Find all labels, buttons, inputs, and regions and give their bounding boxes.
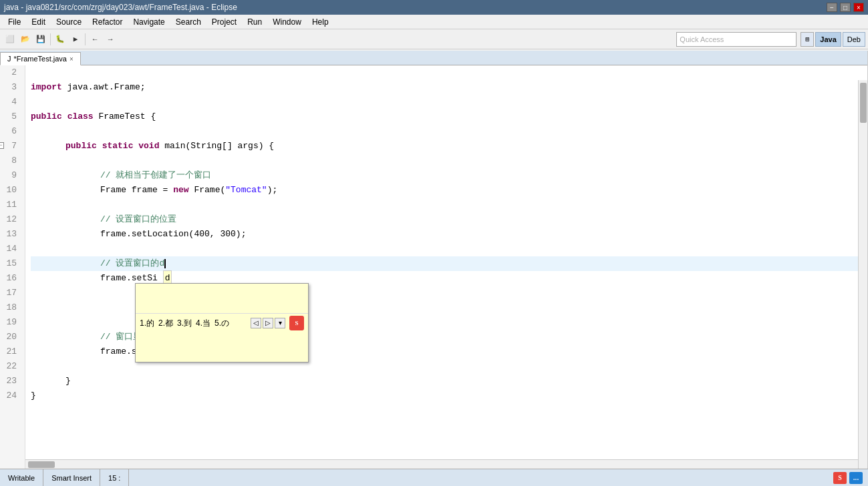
code-line-2 <box>31 65 867 80</box>
status-line-col: 15 : <box>100 469 129 486</box>
line-num-19: 19 <box>0 315 21 330</box>
main-area: J *FrameTest.java × 2 3 4 5 6 7 − 8 9 10… <box>0 51 868 469</box>
code-line-7: public static void main(String[] args) { <box>31 139 867 154</box>
tb-debug-btn[interactable]: 🐛 <box>53 32 67 47</box>
editor-area: J *FrameTest.java × 2 3 4 5 6 7 − 8 9 10… <box>0 51 868 469</box>
code-line-9: // 就相当于创建了一个窗口 <box>31 168 867 183</box>
line-num-20: 20 <box>0 330 21 344</box>
tab-close-button[interactable]: × <box>69 55 74 63</box>
line-num-2: 2 <box>0 65 21 80</box>
titlebar: java - java0821/src/com/zrgj/day023/awt/… <box>0 0 868 15</box>
ac-option-1[interactable]: 1.的 <box>140 316 154 330</box>
code-line-15: // 设置窗口的d <box>31 256 867 271</box>
tb-sep2 <box>85 33 86 45</box>
quick-access-placeholder: Quick Access <box>680 35 724 43</box>
tb-run-btn[interactable]: ▶ <box>68 32 83 47</box>
ac-option-2[interactable]: 2.都 <box>158 316 173 330</box>
line-num-13: 13 <box>0 227 21 242</box>
line-num-11: 11 <box>0 198 21 212</box>
menu-refactor[interactable]: Refactor <box>87 16 128 28</box>
line-num-16: 16 <box>0 271 21 286</box>
tb-back-btn[interactable]: ← <box>88 32 102 47</box>
menu-file[interactable]: File <box>3 16 26 28</box>
line-num-24: 24 <box>0 389 21 403</box>
line-num-12: 12 <box>0 212 21 227</box>
menu-source[interactable]: Source <box>51 16 87 28</box>
line-num-3: 3 <box>0 80 21 95</box>
line-num-7: 7 − <box>0 139 21 154</box>
line-num-4: 4 <box>0 95 21 109</box>
code-line-10: Frame frame = new Frame("Tomcat"); <box>31 183 867 198</box>
code-line-11 <box>31 198 867 212</box>
sougou-status: S ... <box>828 472 868 484</box>
close-button[interactable]: × <box>853 3 864 12</box>
line-num-5: 5 <box>0 109 21 124</box>
line-num-23: 23 <box>0 374 21 389</box>
open-perspective-button[interactable]: ⊞ <box>801 32 814 47</box>
menu-project[interactable]: Project <box>206 16 242 28</box>
code-area[interactable]: 2 3 4 5 6 7 − 8 9 10 11 12 13 14 15 16 1… <box>0 65 867 469</box>
line-num-6: 6 <box>0 124 21 139</box>
maximize-button[interactable]: □ <box>840 3 851 12</box>
code-line-4 <box>31 95 867 109</box>
ac-nav: ◁ ▷ ▾ <box>251 318 285 328</box>
code-line-5: public class FrameTest { <box>31 109 867 124</box>
sougou-status-icon: S <box>833 472 847 484</box>
status-writable: Writable <box>0 469 43 486</box>
line-num-22: 22 <box>0 359 21 374</box>
tab-bar: J *FrameTest.java × <box>0 51 867 65</box>
menu-run[interactable]: Run <box>242 16 267 28</box>
line-num-14: 14 <box>0 242 21 256</box>
tb-save-btn[interactable]: 💾 <box>33 32 48 47</box>
editor-tab-frametest[interactable]: J *FrameTest.java × <box>0 52 81 65</box>
tb-open-btn[interactable]: 📂 <box>18 32 33 47</box>
line-num-17: 17 <box>0 286 21 300</box>
code-content[interactable]: import java.awt.Frame; public class Fram… <box>25 65 867 469</box>
autocomplete-popup: 1.的 2.都 3.到 4.当 5.の ◁ ▷ ▾ S <box>135 283 309 362</box>
hscroll-thumb[interactable] <box>28 461 55 468</box>
sougou-icon: S <box>289 316 304 330</box>
line-num-18: 18 <box>0 300 21 315</box>
line-num-15: 15 <box>0 256 21 271</box>
ac-option-5[interactable]: 5.の <box>214 316 229 330</box>
ac-option-3[interactable]: 3.到 <box>177 316 192 330</box>
window-controls: − □ × <box>827 3 864 12</box>
code-line-6 <box>31 124 867 139</box>
debug-perspective-button[interactable]: Deb <box>843 32 865 47</box>
vertical-scrollbar[interactable] <box>858 80 867 469</box>
menu-window[interactable]: Window <box>267 16 307 28</box>
quick-access-input[interactable]: Quick Access <box>676 32 797 47</box>
ac-next-btn[interactable]: ▷ <box>263 318 273 328</box>
line-num-9: 9 <box>0 168 21 183</box>
code-line-13: frame.setLocation(400, 300); <box>31 227 867 242</box>
minimize-button[interactable]: − <box>827 3 837 12</box>
tb-sep1 <box>50 33 51 45</box>
code-line-12: // 设置窗口的位置 <box>31 212 867 227</box>
statusbar: Writable Smart Insert 15 : S ... <box>0 469 868 486</box>
java-file-icon: J <box>7 55 11 63</box>
menu-edit[interactable]: Edit <box>26 16 51 28</box>
toolbar-buttons: ⬜ 📂 💾 🐛 ▶ ← → <box>0 32 120 47</box>
tab-label: *FrameTest.java <box>14 55 67 63</box>
menu-help[interactable]: Help <box>307 16 334 28</box>
fold-marker-7[interactable]: − <box>0 142 4 149</box>
code-line-14 <box>31 242 867 256</box>
toolbar: ⬜ 📂 💾 🐛 ▶ ← → Quick Access ⊞ Java Deb <box>0 29 868 49</box>
ac-more-btn[interactable]: ▾ <box>275 318 285 328</box>
status-right-area: S ... <box>828 469 868 486</box>
ac-option-4[interactable]: 4.当 <box>196 316 210 330</box>
code-line-3: import java.awt.Frame; <box>31 80 867 95</box>
java-perspective-button[interactable]: Java <box>815 32 841 47</box>
ac-prev-btn[interactable]: ◁ <box>251 318 261 328</box>
code-line-24: } <box>31 389 867 403</box>
horizontal-scrollbar[interactable] <box>25 459 858 469</box>
menu-search[interactable]: Search <box>170 16 206 28</box>
tb-new-btn[interactable]: ⬜ <box>3 32 17 47</box>
menubar: File Edit Source Refactor Navigate Searc… <box>0 15 868 29</box>
tb-fwd-btn[interactable]: → <box>103 32 118 47</box>
perspective-buttons: ⊞ Java Deb <box>801 32 865 47</box>
status-smart-insert: Smart Insert <box>43 469 100 486</box>
vscroll-thumb[interactable] <box>860 83 867 123</box>
menu-navigate[interactable]: Navigate <box>128 16 170 28</box>
code-line-16: frame.setSi d 1.的 2.都 3.到 4.当 5.の ◁ ▷ <box>31 271 867 286</box>
